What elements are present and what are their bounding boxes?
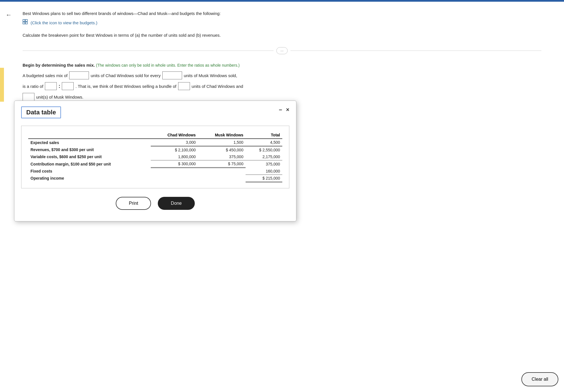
variable-costs-musk: 375,000 [198,153,246,160]
row1-text1: A budgeted sales mix of [23,73,67,78]
fixed-costs-chad [151,168,198,175]
modal-controls: − × [279,106,289,113]
green-note: (The windows can only be sold in whole u… [96,63,240,67]
expected-sales-musk: 1,500 [198,139,246,146]
row1-text3: units of Musk Windows sold, [184,73,237,78]
musk-units-input[interactable] [162,71,182,79]
table-row: Expected sales 3,000 1,500 4,500 [28,139,282,146]
form-row-1: A budgeted sales mix of units of Chad Wi… [23,71,541,79]
table-row: Fixed costs 160,000 [28,168,282,175]
row3-text1: unit(s) of Musk Windows. [36,95,84,99]
row-label-contribution-margin: Contribution margin, $100 and $50 per un… [28,160,151,168]
click-icon-link[interactable]: (Click the icon to view the budgets.) [30,19,97,26]
svg-rect-2 [23,22,25,24]
data-table-modal: Data table − × Chad Windows Musk Windows… [14,101,296,221]
row2-text3: units of Chad Windows and [192,84,243,89]
svg-rect-3 [25,22,27,24]
row-label-operating-income: Operating income [28,175,151,182]
contribution-musk: $ 75,000 [198,160,246,168]
col-header-total: Total [246,132,282,139]
divider-row: ··· [23,47,541,54]
table-row: Revenues, $700 and $300 per unit $ 2,100… [28,146,282,154]
page-wrapper: ← Best Windows plans to sell two differe… [0,0,564,392]
divider-dots[interactable]: ··· [276,47,288,54]
modal-header: Data table − × [14,101,296,121]
row2-text1: is a ratio of [23,84,43,89]
contribution-total: 375,000 [246,160,282,168]
financial-table: Chad Windows Musk Windows Total Expected… [28,132,282,182]
table-header-row: Chad Windows Musk Windows Total [28,132,282,139]
col-header-musk: Musk Windows [198,132,246,139]
ratio-numerator-input[interactable] [45,82,57,90]
sales-mix-title: Begin by determining the sales mix. (The… [23,63,541,67]
done-button[interactable]: Done [158,197,194,210]
table-row: Contribution margin, $100 and $50 per un… [28,160,282,168]
revenues-musk: $ 450,000 [198,146,246,154]
close-button[interactable]: × [286,106,289,113]
main-content: Best Windows plans to sell two different… [0,2,564,115]
chad-units-input[interactable] [69,71,89,79]
variable-costs-total: 2,175,000 [246,153,282,160]
ratio-colon: : [58,83,60,89]
table-row: Operating income $ 215,000 [28,175,282,182]
row2-text2: . That is, we think of Best Windows sell… [75,84,176,89]
data-table-container: Chad Windows Musk Windows Total Expected… [21,126,289,188]
expected-sales-chad: 3,000 [151,139,198,146]
divider-line-left [23,51,274,51]
row-label-fixed-costs: Fixed costs [28,168,151,175]
question-text: Best Windows plans to sell two different… [23,10,541,17]
print-button[interactable]: Print [116,197,151,210]
revenues-chad: $ 2,100,000 [151,146,198,154]
modal-footer: Print Done [14,197,296,210]
row-label-variable-costs: Variable costs, $600 and $250 per unit [28,153,151,160]
operating-income-musk [198,175,246,182]
expected-sales-total: 4,500 [246,139,282,146]
minimize-button[interactable]: − [279,107,282,113]
form-row-2: is a ratio of : . That is, we think of B… [23,82,541,90]
fixed-costs-musk [198,168,246,175]
operating-income-total: $ 215,000 [246,175,282,182]
table-row: Variable costs, $600 and $250 per unit 1… [28,153,282,160]
col-header-label [28,132,151,139]
svg-rect-1 [25,19,27,21]
row1-text2: units of Chad Windows sold for every [91,73,161,78]
row-label-revenues: Revenues, $700 and $300 per unit [28,146,151,154]
modal-title: Data table [21,106,61,118]
divider-line-right [290,51,541,51]
svg-rect-0 [23,19,25,21]
calculate-text: Calculate the breakeven point for Best W… [23,32,541,39]
col-header-chad: Chad Windows [151,132,198,139]
row-label-expected-sales: Expected sales [28,139,151,146]
grid-icon [23,19,28,26]
revenues-total: $ 2,550,000 [246,146,282,154]
clear-all-button[interactable]: Clear all [521,372,558,386]
bundle-chad-input[interactable] [178,82,190,90]
fixed-costs-total: 160,000 [246,168,282,175]
variable-costs-chad: 1,800,000 [151,153,198,160]
contribution-chad: $ 300,000 [151,160,198,168]
sales-mix-section: Begin by determining the sales mix. (The… [23,63,541,101]
form-row-3: unit(s) of Musk Windows. [23,93,541,101]
ratio-denominator-input[interactable] [62,82,74,90]
operating-income-chad [151,175,198,182]
bundle-musk-input[interactable] [23,93,34,101]
